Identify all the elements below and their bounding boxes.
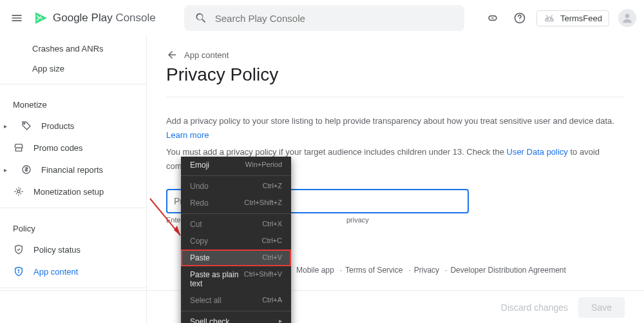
android-icon: [544, 14, 555, 22]
tag-icon: [21, 120, 32, 132]
context-menu-label: Redo: [190, 199, 209, 208]
search-input[interactable]: [215, 13, 454, 24]
app-header: Google Play Console TermsFeed: [0, 0, 644, 36]
sidebar-section-policy: Policy: [0, 213, 146, 239]
save-button[interactable]: Save: [578, 297, 625, 318]
play-console-icon: [33, 10, 49, 26]
svg-line-5: [546, 15, 547, 17]
learn-more-link[interactable]: Learn more: [166, 130, 209, 140]
footer-link[interactable]: Privacy: [405, 266, 439, 275]
context-menu-label: Spell check: [190, 317, 229, 323]
footer-link[interactable]: Mobile app: [296, 266, 334, 275]
dollar-icon: [21, 164, 32, 175]
shield-check-icon: [13, 244, 24, 255]
storefront-icon: [13, 142, 24, 153]
context-menu-item-cut: CutCtrl+X: [181, 216, 291, 233]
search-bar[interactable]: [184, 5, 464, 31]
sidebar-item-promocodes[interactable]: Promo codes: [0, 137, 146, 159]
context-menu-shortcut: Ctrl+C: [262, 237, 282, 246]
bottom-action-bar: Discard changes Save: [501, 297, 625, 318]
svg-line-6: [551, 15, 553, 17]
person-icon: [621, 12, 634, 24]
gear-icon: [13, 186, 24, 197]
context-menu: EmojiWin+PeriodUndoCtrl+ZRedoCtrl+Shift+…: [181, 157, 291, 323]
logo[interactable]: Google Play Console: [33, 10, 156, 26]
sidebar-section-monetize: Monetize: [0, 90, 146, 115]
context-menu-shortcut: Ctrl+X: [262, 220, 282, 229]
context-menu-label: Undo: [190, 182, 209, 191]
context-menu-item-redo: RedoCtrl+Shift+Z: [181, 195, 291, 211]
svg-point-3: [547, 19, 549, 20]
breadcrumb-label: App content: [184, 50, 229, 60]
context-menu-shortcut: Ctrl+Shift+V: [244, 270, 282, 288]
svg-point-2: [519, 21, 520, 21]
footer-links: Mobile app Terms of Service Privacy Deve…: [296, 266, 566, 275]
divider: [0, 84, 146, 84]
context-menu-shortcut: Win+Period: [245, 161, 282, 170]
footer-link[interactable]: Terms of Service: [337, 266, 403, 275]
context-menu-item-copy: CopyCtrl+C: [181, 233, 291, 250]
context-menu-label: Copy: [190, 237, 208, 246]
sidebar-item-financial[interactable]: ▸Financial reports: [0, 159, 146, 181]
context-menu-shortcut: Ctrl+Shift+Z: [244, 199, 282, 208]
context-menu-item-undo: UndoCtrl+Z: [181, 178, 291, 195]
breadcrumb[interactable]: App content: [166, 36, 625, 61]
context-menu-label: Emoji: [190, 161, 209, 170]
search-icon: [194, 12, 207, 24]
svg-point-10: [17, 190, 20, 193]
logo-text: Google Play Console: [53, 12, 156, 24]
context-menu-divider: [181, 213, 291, 214]
context-menu-label: Paste as plain text: [190, 270, 244, 288]
context-menu-divider: [181, 175, 291, 176]
context-menu-divider: [181, 311, 291, 311]
help-icon[interactable]: [509, 8, 530, 28]
divider: [0, 288, 146, 288]
svg-point-11: [18, 269, 19, 270]
context-menu-shortcut: Ctrl+Z: [263, 182, 282, 191]
developer-name: TermsFeed: [560, 14, 602, 23]
svg-point-4: [550, 19, 551, 20]
page-title: Privacy Policy: [166, 64, 625, 97]
sidebar-item-monetization-setup[interactable]: Monetization setup: [0, 181, 146, 202]
avatar[interactable]: [618, 9, 636, 27]
context-menu-item-paste[interactable]: PasteCtrl+V: [181, 250, 291, 266]
shield-info-icon: [13, 266, 24, 277]
chevron-right-icon: ▸: [4, 166, 12, 173]
hamburger-menu-icon[interactable]: [8, 9, 26, 27]
header-actions: TermsFeed: [482, 8, 636, 28]
sidebar-item-crashes[interactable]: Crashes and ANRs: [0, 39, 146, 59]
sidebar-item-products[interactable]: ▸Products: [0, 115, 146, 137]
context-menu-shortcut: Ctrl+V: [262, 253, 282, 262]
sidebar-item-policy-status[interactable]: Policy status: [0, 239, 146, 260]
arrow-back-icon: [166, 49, 178, 61]
discard-changes-button[interactable]: Discard changes: [501, 302, 568, 313]
sidebar-item-app-content[interactable]: App content: [0, 260, 146, 282]
svg-point-8: [24, 123, 25, 124]
context-menu-item-paste-as-plain-text[interactable]: Paste as plain textCtrl+Shift+V: [181, 266, 291, 292]
divider: [0, 290, 644, 291]
context-menu-item-select-all: Select allCtrl+A: [181, 292, 291, 309]
sidebar: Crashes and ANRs App size Monetize ▸Prod…: [0, 36, 147, 323]
context-menu-shortcut: Ctrl+A: [262, 296, 282, 305]
description-line1: Add a privacy policy to your store listi…: [166, 114, 625, 142]
svg-point-7: [625, 14, 630, 18]
context-menu-label: Paste: [190, 253, 210, 262]
context-menu-item-emoji[interactable]: EmojiWin+Period: [181, 157, 291, 173]
context-menu-label: Select all: [190, 296, 222, 305]
link-icon[interactable]: [482, 8, 503, 28]
chevron-right-icon: ▸: [4, 122, 12, 130]
footer-link[interactable]: Developer Distribution Agreement: [442, 266, 566, 275]
developer-chip[interactable]: TermsFeed: [536, 10, 609, 26]
user-data-policy-link[interactable]: User Data policy: [507, 147, 568, 157]
context-menu-item-spell-check[interactable]: Spell check: [181, 313, 291, 323]
divider: [0, 208, 146, 208]
sidebar-item-appsize[interactable]: App size: [0, 59, 146, 79]
context-menu-label: Cut: [190, 220, 202, 229]
